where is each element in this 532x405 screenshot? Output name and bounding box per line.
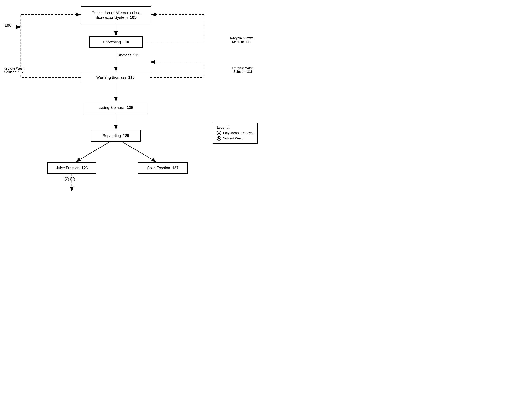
lysing-box: Lysing Biomass 120: [85, 102, 147, 114]
solid-box: Solid Fraction 127: [138, 162, 188, 174]
legend-text-b: Solvent Wash: [223, 136, 243, 140]
circle-b: b: [70, 177, 75, 182]
washing-box: Washing Biomass 115: [81, 72, 150, 83]
svg-line-7: [121, 142, 156, 162]
entry-label: 100: [5, 23, 11, 28]
legend-circle-b: b: [217, 136, 221, 141]
lysing-label: Lysing Biomass 120: [98, 106, 133, 110]
legend-item-b: b Solvent Wash: [217, 136, 254, 141]
separating-box: Separating 125: [91, 130, 141, 142]
svg-line-6: [76, 142, 110, 162]
juice-box: Juice Fraction 126: [47, 162, 96, 174]
bioreactor-box: Cultivation of Microcrop in aBioreactor …: [81, 6, 151, 24]
legend-circle-a: a: [217, 131, 221, 135]
bioreactor-num: 105: [130, 15, 136, 20]
harvesting-box: Harvesting 110: [89, 36, 142, 48]
legend-text-a: Polyphenol Removal: [223, 131, 254, 135]
legend-item-a: a Polyphenol Removal: [217, 131, 254, 135]
recycle-wash-116-label: Recycle WashSolution 116: [232, 66, 254, 74]
legend-title: Legend:: [217, 126, 254, 129]
bioreactor-label: Cultivation of Microcrop in aBioreactor …: [92, 11, 140, 20]
recycle-growth-label: Recycle GrowthMedium 112: [230, 36, 254, 44]
washing-label: Washing Biomass 115: [96, 75, 135, 80]
solid-label: Solid Fraction 127: [147, 166, 178, 170]
circle-a: a: [65, 177, 69, 182]
harvesting-label: Harvesting 110: [103, 40, 129, 44]
recycle-wash-117-label: Recycle WashSolution 117: [3, 67, 25, 74]
separating-label: Separating 125: [103, 134, 129, 138]
juice-label: Juice Fraction 126: [56, 166, 88, 170]
biomass-111-label: Biomass 111: [118, 53, 139, 57]
flow-diagram: Cultivation of Microcrop in aBioreactor …: [0, 0, 266, 202]
legend-box: Legend: a Polyphenol Removal b Solvent W…: [213, 123, 258, 144]
arrows-svg: [0, 0, 266, 202]
ab-circles: a b: [65, 177, 75, 182]
